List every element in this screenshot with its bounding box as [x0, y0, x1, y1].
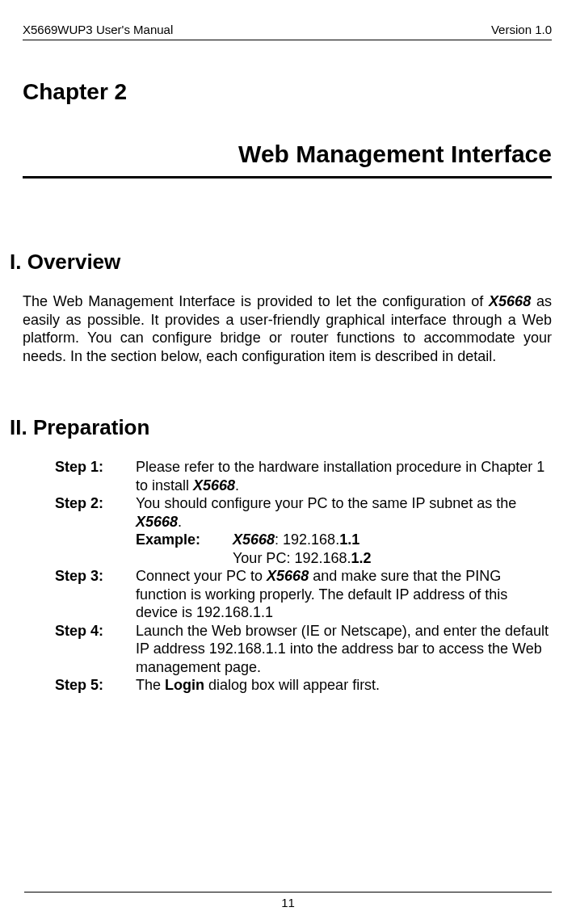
step-text: The — [136, 677, 165, 693]
step-label: Step 3: — [55, 567, 136, 622]
step-label: Step 4: — [55, 622, 136, 677]
step-content: Please refer to the hardware installatio… — [136, 458, 552, 494]
step-product: X5668 — [193, 477, 235, 494]
step-row: Step 3: Connect your PC to X5668 and mak… — [55, 567, 552, 622]
step-text: . — [235, 477, 239, 494]
step-product: X5668 — [136, 514, 178, 530]
running-header-left: X5669WUP3 User's Manual — [23, 23, 173, 36]
chapter-title: Web Management Interface — [23, 141, 552, 178]
section-heading-overview: I. Overview — [10, 250, 552, 275]
example-line: Example: X5668: 192.168.1.1 — [136, 531, 552, 549]
step-label: Step 1: — [55, 458, 136, 494]
example-ip-bold: 1.1 — [339, 531, 359, 548]
your-pc-bold: 1.2 — [351, 550, 371, 566]
example-label: Example: — [136, 531, 233, 549]
page-number: 11 — [281, 896, 295, 909]
step-product: X5668 — [267, 568, 309, 584]
running-header: X5669WUP3 User's Manual Version 1.0 — [23, 23, 552, 40]
step-label: Step 2: — [55, 494, 136, 567]
step-text: Connect your PC to — [136, 568, 267, 584]
step-text: dialog box will appear first. — [204, 677, 380, 693]
step-bold: Login — [165, 677, 204, 693]
step-row: Step 1: Please refer to the hardware ins… — [55, 458, 552, 494]
step-content: Launch the Web browser (IE or Netscape),… — [136, 622, 552, 677]
steps-list: Step 1: Please refer to the hardware ins… — [23, 458, 552, 695]
step-content: You should configure your PC to the same… — [136, 494, 552, 567]
your-pc-line: Your PC: 192.168.1.2 — [136, 549, 552, 568]
document-page: X5669WUP3 User's Manual Version 1.0 Chap… — [0, 0, 576, 924]
your-pc-prefix: Your PC: 192.168. — [233, 550, 351, 566]
overview-paragraph: The Web Management Interface is provided… — [23, 292, 552, 365]
step-text: Launch the Web browser (IE or Netscape),… — [136, 623, 549, 675]
example-value: X5668: 192.168.1.1 — [233, 531, 552, 549]
step-text: . — [178, 514, 182, 530]
running-header-right: Version 1.0 — [491, 23, 552, 36]
step-text: You should configure your PC to the same… — [136, 495, 516, 511]
chapter-label: Chapter 2 — [23, 79, 552, 105]
step-content: The Login dialog box will appear first. — [136, 676, 552, 695]
section-heading-preparation: II. Preparation — [10, 415, 552, 440]
step-content: Connect your PC to X5668 and make sure t… — [136, 567, 552, 622]
step-row: Step 2: You should configure your PC to … — [55, 494, 552, 567]
example-ip-prefix: : 192.168. — [275, 531, 339, 548]
example-product: X5668 — [233, 531, 275, 548]
step-row: Step 4: Launch the Web browser (IE or Ne… — [55, 622, 552, 677]
page-footer: 11 — [24, 892, 552, 909]
overview-text-pre: The Web Management Interface is provided… — [23, 293, 489, 309]
step-label: Step 5: — [55, 676, 136, 695]
step-row: Step 5: The Login dialog box will appear… — [55, 676, 552, 695]
overview-product-name: X5668 — [489, 293, 531, 309]
